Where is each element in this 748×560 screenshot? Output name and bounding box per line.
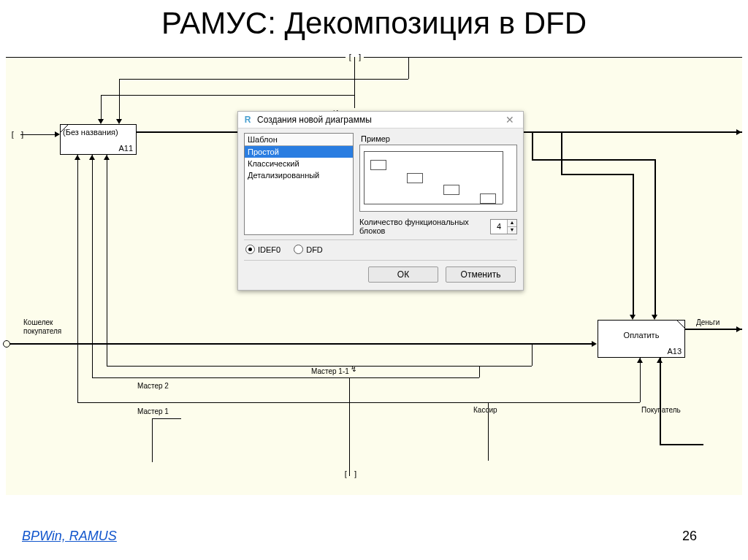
radio-idef0-label: IDEF0 — [258, 245, 280, 254]
radio-dot-icon — [245, 245, 255, 254]
blocks-label: Количество функциональных блоков — [359, 218, 486, 235]
label-wallet-1: Кошелек — [23, 318, 53, 326]
label-master2: Мастер 2 — [137, 382, 169, 390]
dialog-title: Создания новой диаграммы — [257, 115, 372, 125]
example-header: Пример — [359, 133, 517, 145]
dialog-titlebar[interactable]: R Создания новой диаграммы ✕ — [238, 112, 523, 129]
app-icon: R — [243, 115, 253, 125]
slide-title: РАМУС: Декомпозиция в DFD — [0, 6, 748, 41]
activity-a13-title: Оплатить — [598, 321, 684, 340]
svg-line-1 — [676, 320, 685, 329]
footer-link[interactable]: BPWin, RAMUS — [22, 529, 117, 544]
new-diagram-dialog: R Создания новой диаграммы ✕ Шаблон Прос… — [237, 111, 524, 291]
ok-button[interactable]: ОК — [368, 266, 438, 283]
slide: РАМУС: Декомпозиция в DFD [ ] (Без назва… — [0, 0, 748, 560]
zigzag-icon: ↯ — [351, 365, 356, 373]
close-icon[interactable]: ✕ — [503, 115, 517, 125]
notation-radios: IDEF0 DFD — [238, 242, 523, 258]
label-master1: Мастер 1 — [137, 407, 169, 415]
activity-a13-id: A13 — [667, 347, 682, 356]
template-header: Шаблон — [245, 134, 353, 146]
template-item[interactable]: Детализированный — [245, 169, 353, 181]
radio-dfd[interactable]: DFD — [294, 245, 323, 254]
template-listbox[interactable]: Шаблон Простой Классический Детализирова… — [244, 133, 354, 235]
radio-dfd-label: DFD — [306, 245, 323, 254]
activity-a11-title: (Без названия) — [61, 125, 136, 139]
label-master11: Мастер 1-1 — [311, 367, 349, 375]
activity-a11[interactable]: (Без названия) A11 — [60, 124, 137, 155]
spinner-up-icon[interactable]: ▲ — [507, 220, 516, 226]
label-buyer: Покупатель — [641, 406, 681, 414]
page-number: 26 — [682, 529, 697, 544]
radio-idef0[interactable]: IDEF0 — [245, 245, 280, 254]
activity-a11-id: A11 — [118, 144, 133, 153]
spinner-down-icon[interactable]: ▼ — [507, 226, 516, 234]
label-wallet-2: покупателя — [23, 327, 61, 335]
radio-dot-icon — [294, 245, 303, 254]
blocks-spinner[interactable]: 4 ▲ ▼ — [490, 219, 517, 234]
label-money: Деньги — [696, 318, 720, 326]
blocks-value[interactable]: 4 — [491, 221, 507, 231]
activity-a13[interactable]: Оплатить A13 — [598, 320, 685, 358]
example-preview — [359, 145, 517, 212]
label-cashier: Кассир — [473, 406, 497, 414]
template-item[interactable]: Классический — [245, 158, 353, 169]
bottom-bracket: [ ] — [343, 469, 358, 479]
template-item[interactable]: Простой — [245, 146, 353, 158]
svg-line-0 — [60, 124, 69, 133]
cancel-button[interactable]: Отменить — [446, 266, 516, 283]
